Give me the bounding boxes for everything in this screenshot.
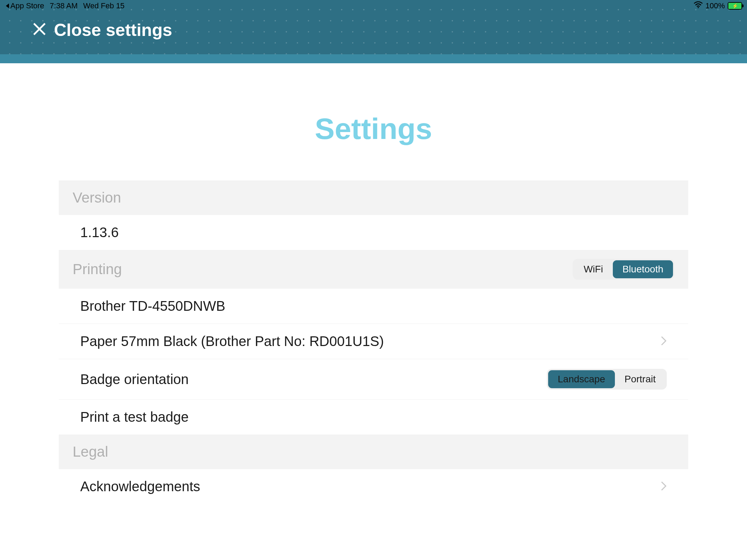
chevron-right-icon bbox=[661, 334, 667, 349]
printer-row[interactable]: Brother TD-4550DNWB bbox=[59, 289, 688, 324]
badge-orientation-row: Badge orientation Landscape Portrait bbox=[59, 359, 688, 400]
orientation-portrait-option[interactable]: Portrait bbox=[615, 370, 665, 388]
orientation-seg-control: Landscape Portrait bbox=[547, 369, 667, 390]
paper-row[interactable]: Paper 57mm Black (Brother Part No: RD001… bbox=[59, 324, 688, 359]
chevron-right-icon bbox=[661, 479, 667, 494]
printer-name: Brother TD-4550DNWB bbox=[80, 298, 225, 314]
acknowledgements-label: Acknowledgements bbox=[80, 479, 200, 494]
content-area: Settings Version 1.13.6 Printing WiFi Bl… bbox=[0, 63, 747, 560]
status-date: Wed Feb 15 bbox=[83, 1, 124, 10]
page-title: Settings bbox=[0, 112, 747, 146]
version-value: 1.13.6 bbox=[80, 225, 119, 240]
section-header-printing: Printing WiFi Bluetooth bbox=[59, 250, 688, 289]
battery-percent: 100% bbox=[706, 1, 725, 10]
settings-list: Version 1.13.6 Printing WiFi Bluetooth B… bbox=[59, 180, 688, 504]
back-app-label: App Store bbox=[10, 1, 44, 10]
close-settings-button[interactable]: Close settings bbox=[33, 20, 747, 40]
connection-bluetooth-option[interactable]: Bluetooth bbox=[613, 260, 673, 278]
acknowledgements-row[interactable]: Acknowledgements bbox=[59, 469, 688, 504]
close-icon bbox=[33, 20, 46, 40]
connection-seg-control: WiFi Bluetooth bbox=[573, 259, 674, 280]
badge-orientation-label: Badge orientation bbox=[80, 372, 189, 387]
battery-icon: ⚡ bbox=[728, 2, 742, 10]
section-header-version: Version bbox=[59, 180, 688, 215]
paper-label: Paper 57mm Black (Brother Part No: RD001… bbox=[80, 334, 384, 349]
close-settings-label: Close settings bbox=[54, 20, 172, 40]
status-bar: App Store 7:38 AM Wed Feb 15 100% ⚡ bbox=[0, 0, 747, 12]
accent-strip bbox=[0, 54, 747, 63]
print-test-badge-row[interactable]: Print a test badge bbox=[59, 400, 688, 435]
wifi-icon bbox=[694, 1, 703, 10]
status-time: 7:38 AM bbox=[50, 1, 78, 10]
back-to-app-button[interactable]: App Store bbox=[5, 1, 44, 10]
orientation-landscape-option[interactable]: Landscape bbox=[548, 370, 615, 388]
version-row: 1.13.6 bbox=[59, 215, 688, 250]
svg-point-2 bbox=[698, 7, 699, 8]
connection-wifi-option[interactable]: WiFi bbox=[574, 260, 613, 278]
print-test-badge-label: Print a test badge bbox=[80, 409, 189, 425]
section-header-legal: Legal bbox=[59, 435, 688, 469]
